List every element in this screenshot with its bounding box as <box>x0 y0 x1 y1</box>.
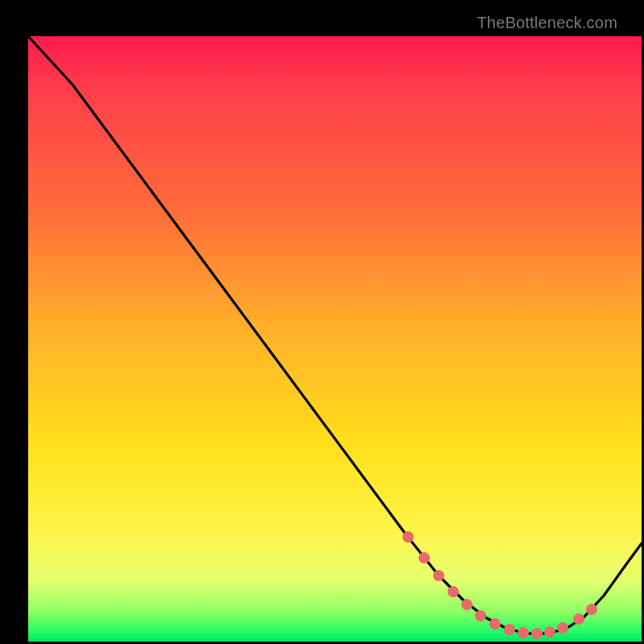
svg-point-10 <box>544 626 555 638</box>
svg-point-6 <box>489 618 501 630</box>
chart-frame: TheBottleneck.com <box>12 12 632 632</box>
curve-path <box>28 36 642 634</box>
svg-point-3 <box>448 586 459 597</box>
svg-point-8 <box>518 627 529 638</box>
svg-point-7 <box>504 624 515 635</box>
svg-point-2 <box>433 570 444 581</box>
svg-point-0 <box>402 531 414 543</box>
highlight-dots <box>402 531 597 639</box>
svg-point-12 <box>573 613 584 625</box>
watermark-text: TheBottleneck.com <box>477 14 617 32</box>
svg-point-5 <box>475 610 486 621</box>
svg-point-11 <box>557 622 568 634</box>
plot-area <box>28 36 642 642</box>
bottleneck-curve <box>28 36 642 642</box>
svg-point-1 <box>419 552 430 564</box>
svg-point-9 <box>531 628 543 639</box>
svg-point-4 <box>461 599 473 610</box>
svg-point-13 <box>586 604 597 615</box>
